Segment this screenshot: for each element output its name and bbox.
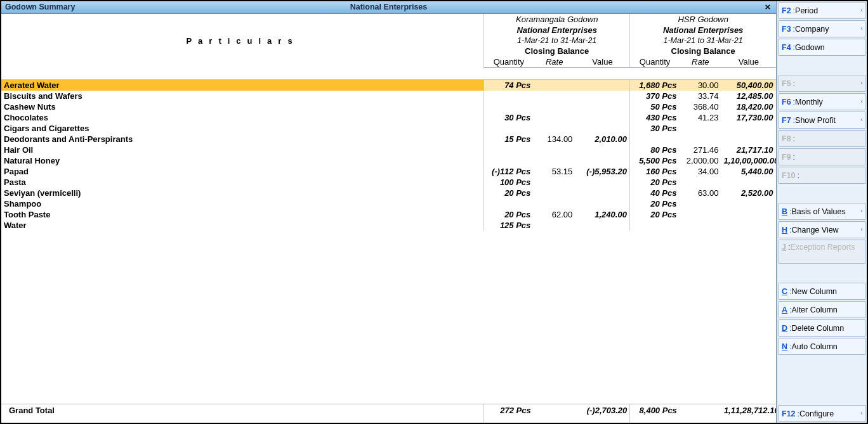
- table-row[interactable]: Natural Honey5,500 Pcs2,000.001,10,00,00…: [1, 155, 776, 166]
- table-row[interactable]: Cigars and Cigarettes30 Pcs: [1, 123, 776, 134]
- col-qty-1: Quantity: [630, 56, 680, 68]
- col-rate-1: Rate: [680, 56, 721, 68]
- shortcut-key: F7: [782, 116, 791, 125]
- table-row[interactable]: Seviyan (vermicelli)20 Pcs40 Pcs63.002,5…: [1, 188, 776, 198]
- cell-val: 50,400.00: [721, 80, 775, 91]
- sidebar-btn-f4-godown[interactable]: F4:Godown: [779, 39, 865, 56]
- cell-qty: 80 Pcs: [629, 145, 679, 155]
- cell-rate: 62.00: [533, 209, 575, 220]
- cell-qty: [483, 91, 533, 101]
- table-row[interactable]: Pasta100 Pcs20 Pcs: [1, 177, 776, 188]
- cell-val: [721, 123, 775, 134]
- total-g0-val: (-)2,703.20: [575, 404, 630, 423]
- chevron-left-icon: ‹: [860, 207, 863, 214]
- table-row[interactable]: Tooth Paste20 Pcs62.001,240.0020 Pcs: [1, 209, 776, 220]
- sidebar-btn-f3-company[interactable]: F3:Company‹: [779, 20, 865, 37]
- close-icon[interactable]: ×: [762, 1, 773, 13]
- shortcut-key: F5: [782, 79, 791, 88]
- report-body: Aerated Water74 Pcs1,680 Pcs30.0050,400.…: [1, 80, 776, 404]
- cell-rate: 271.46: [679, 145, 721, 155]
- total-g1-qty: 8,400 Pcs: [630, 404, 680, 423]
- sidebar-btn-f7-show-profit[interactable]: F7:Show Profit‹: [779, 112, 865, 129]
- cell-rate: 2,000.00: [679, 155, 721, 166]
- cell-rate: 63.00: [679, 188, 721, 198]
- chevron-left-icon: ‹: [860, 115, 863, 123]
- cell-val: 1,10,00,000.00: [721, 155, 775, 166]
- table-row[interactable]: Cashew Nuts50 Pcs368.4018,420.00: [1, 101, 776, 112]
- cell-qty: 30 Pcs: [483, 112, 533, 123]
- cell-rate: [679, 177, 721, 188]
- cell-rate: 41.23: [679, 112, 721, 123]
- table-row[interactable]: Hair Oil80 Pcs271.4621,717.10: [1, 145, 776, 155]
- sidebar-btn-j-exception-reports: J:Exception Reports: [779, 240, 865, 264]
- cell-rate: [679, 134, 721, 145]
- cell-val: [721, 177, 775, 188]
- table-row[interactable]: Chocolates30 Pcs430 Pcs41.2317,730.00: [1, 112, 776, 123]
- item-name: Pasta: [1, 177, 483, 188]
- table-row[interactable]: Shampoo20 Pcs: [1, 198, 776, 209]
- table-row[interactable]: Biscuits and Wafers370 Pcs33.7412,485.00: [1, 91, 776, 101]
- grand-total-row: Grand Total 272 Pcs (-)2,703.20 8,400 Pc…: [1, 404, 776, 423]
- shortcut-key: F4: [782, 43, 791, 52]
- cell-val: 1,240.00: [575, 209, 629, 220]
- col-qty-0: Quantity: [484, 56, 534, 68]
- item-name: Deodorants and Anti-Perspirants: [1, 134, 483, 145]
- shortcut-key: N: [782, 342, 787, 351]
- title-bar: Godown Summary National Enterprises ×: [1, 1, 776, 14]
- table-row[interactable]: Aerated Water74 Pcs1,680 Pcs30.0050,400.…: [1, 80, 776, 91]
- cell-qty: [483, 145, 533, 155]
- item-name: Tooth Paste: [1, 209, 483, 220]
- sidebar-btn-f12-configure[interactable]: F12:Configure‹: [779, 405, 865, 422]
- cell-val: [575, 198, 629, 209]
- sidebar-btn-f6-monthly[interactable]: F6:Monthly‹: [779, 93, 865, 110]
- shortcut-key: F3: [782, 25, 791, 34]
- sidebar-btn-label: Basis of Values: [792, 207, 846, 216]
- cell-qty: 1,680 Pcs: [629, 80, 679, 91]
- cell-val: [575, 123, 629, 134]
- sidebar-btn-a-alter-column[interactable]: A:Alter Column: [779, 301, 865, 318]
- cell-val: [575, 80, 629, 91]
- sidebar-btn-f2-period[interactable]: F2:Period‹: [779, 2, 865, 19]
- chevron-left-icon: ‹: [860, 97, 863, 105]
- cell-rate: [533, 155, 575, 166]
- shortcut-key: F2: [782, 6, 791, 15]
- item-name: Chocolates: [1, 112, 483, 123]
- sidebar-btn-label: Company: [795, 25, 829, 34]
- cell-qty: [629, 134, 679, 145]
- item-name: Natural Honey: [1, 155, 483, 166]
- item-name: Cigars and Cigarettes: [1, 123, 483, 134]
- chevron-left-icon: ‹: [860, 225, 863, 233]
- sidebar-btn-n-auto-column[interactable]: N:Auto Column: [779, 338, 865, 355]
- app-frame: Godown Summary National Enterprises × Pa…: [0, 0, 868, 424]
- cell-rate: [533, 220, 575, 231]
- cell-rate: 53.15: [533, 166, 575, 177]
- cell-rate: 368.40: [679, 101, 721, 112]
- sidebar-btn-label: Show Profit: [795, 116, 836, 125]
- sidebar-btn-d-delete-column[interactable]: D:Delete Column: [779, 319, 865, 337]
- godown-0-period: 1-Mar-21 to 31-Mar-21: [484, 35, 630, 46]
- col-val-0: Value: [575, 56, 630, 68]
- table-row[interactable]: Deodorants and Anti-Perspirants15 Pcs134…: [1, 134, 776, 145]
- cell-val: [721, 220, 775, 231]
- sidebar-btn-c-new-column[interactable]: C:New Column: [779, 283, 865, 300]
- item-name: Shampoo: [1, 198, 483, 209]
- sidebar-btn-h-change-view[interactable]: H:Change View‹: [779, 221, 865, 238]
- shortcut-key: F10: [782, 171, 796, 180]
- sidebar-btn-label: Godown: [795, 43, 825, 52]
- godown-1-period: 1-Mar-21 to 31-Mar-21: [630, 35, 776, 46]
- sidebar-btn-f8: F8:: [779, 130, 865, 147]
- cell-qty: 430 Pcs: [629, 112, 679, 123]
- table-row[interactable]: Water125 Pcs: [1, 220, 776, 231]
- item-name: Seviyan (vermicelli): [1, 188, 483, 198]
- chevron-left-icon: ‹: [860, 24, 863, 32]
- sidebar-btn-label: New Column: [792, 287, 838, 296]
- cell-qty: 20 Pcs: [483, 188, 533, 198]
- shortcut-key: F8: [782, 134, 791, 143]
- sidebar-btn-label: Exception Reports: [790, 243, 855, 252]
- chevron-left-icon: ‹: [860, 6, 863, 13]
- table-row[interactable]: Papad(-)112 Pcs53.15(-)5,953.20160 Pcs34…: [1, 166, 776, 177]
- grand-total-label: Grand Total: [1, 404, 484, 423]
- sidebar-btn-b-basis-of-values[interactable]: B:Basis of Values‹: [779, 203, 865, 220]
- cell-val: [721, 134, 775, 145]
- cell-val: [575, 188, 629, 198]
